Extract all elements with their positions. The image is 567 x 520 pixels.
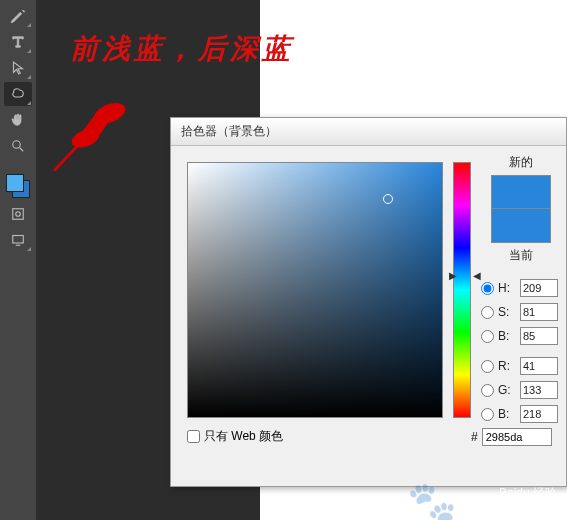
pushpin-icon: [45, 88, 135, 178]
svg-rect-1: [13, 209, 24, 220]
color-inputs: H:209 S:81 B:85 R:41 G:133 B:218: [481, 276, 566, 426]
dialog-title: 拾色器（背景色）: [171, 118, 566, 146]
color-swatches[interactable]: [4, 172, 32, 200]
hue-slider-thumb[interactable]: [449, 270, 457, 281]
input-h[interactable]: 209: [520, 279, 558, 297]
svg-point-0: [13, 141, 21, 149]
input-r[interactable]: 41: [520, 357, 558, 375]
hex-input[interactable]: 2985da: [482, 428, 552, 446]
paw-icon: 🐾: [407, 495, 457, 509]
radio-r[interactable]: [481, 360, 494, 373]
web-only-checkbox[interactable]: [187, 430, 200, 443]
input-g[interactable]: 133: [520, 381, 558, 399]
preview-new-color: [491, 175, 551, 209]
radio-h[interactable]: [481, 282, 494, 295]
sb-cursor[interactable]: [383, 194, 393, 204]
toolbar: [0, 0, 36, 520]
radio-s[interactable]: [481, 306, 494, 319]
svg-point-2: [16, 212, 21, 217]
radio-bl[interactable]: [481, 408, 494, 421]
annotation-text: 前浅蓝，后深蓝: [70, 30, 294, 68]
saturation-brightness-field[interactable]: [187, 162, 443, 418]
input-b[interactable]: 85: [520, 327, 558, 345]
input-s[interactable]: 81: [520, 303, 558, 321]
radio-b[interactable]: [481, 330, 494, 343]
path-select-tool[interactable]: [4, 56, 32, 80]
screenmode-tool[interactable]: [4, 228, 32, 252]
svg-rect-3: [13, 236, 24, 244]
hand-tool[interactable]: [4, 108, 32, 132]
input-bl[interactable]: 218: [520, 405, 558, 423]
shape-tool[interactable]: [4, 82, 32, 106]
preview-current-color[interactable]: [491, 209, 551, 243]
watermark: 🐾 Baidu 经验 jingyan.baidu.com: [460, 486, 557, 514]
zoom-tool[interactable]: [4, 134, 32, 158]
foreground-color-swatch[interactable]: [6, 174, 24, 192]
color-picker-dialog: 拾色器（背景色） 新的 当前 H:209 S:81 B:85 R:41 G:13…: [170, 117, 567, 487]
hue-slider[interactable]: [453, 162, 471, 418]
web-only-label: 只有 Web 颜色: [204, 428, 283, 445]
label-new: 新的: [481, 154, 561, 171]
label-current: 当前: [481, 247, 561, 264]
quickmask-tool[interactable]: [4, 202, 32, 226]
type-tool[interactable]: [4, 30, 32, 54]
radio-g[interactable]: [481, 384, 494, 397]
pen-tool[interactable]: [4, 4, 32, 28]
hex-prefix: #: [471, 430, 478, 444]
